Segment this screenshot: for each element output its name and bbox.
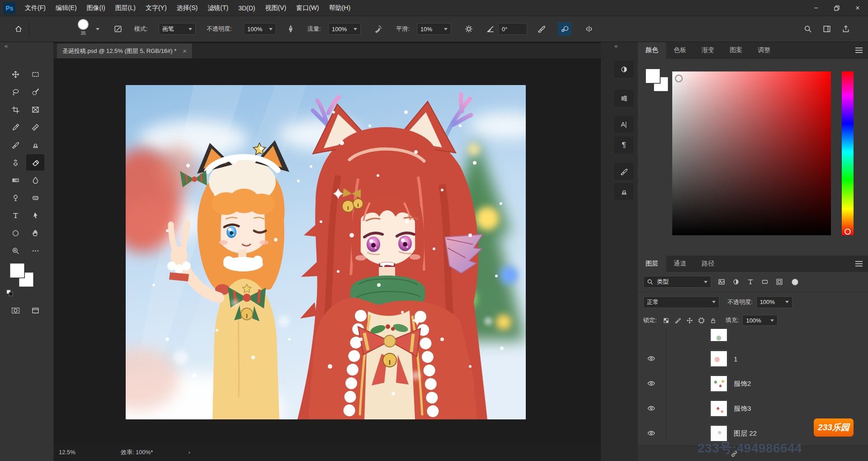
move-tool[interactable] <box>6 66 24 82</box>
layer-thumbnail[interactable] <box>710 351 727 367</box>
mixer-brush-tool[interactable] <box>6 154 24 171</box>
layers-panel-menu-button[interactable] <box>855 263 863 264</box>
properties-panel-button[interactable] <box>614 90 633 107</box>
menu-item-layer[interactable]: 图层(L) <box>110 0 141 16</box>
menu-item-filter[interactable]: 滤镜(T) <box>203 0 233 16</box>
tab-swatches[interactable]: 色板 <box>666 42 694 59</box>
quick-selection-tool[interactable] <box>26 84 44 100</box>
brushes-panel-button[interactable] <box>614 163 633 180</box>
filter-smart-object-button[interactable] <box>774 276 785 287</box>
edit-toolbar-button[interactable] <box>26 242 44 259</box>
path-selection-tool[interactable] <box>26 207 44 223</box>
menu-item-edit[interactable]: 编辑(E) <box>51 0 82 16</box>
blur-tool[interactable] <box>26 172 44 188</box>
lock-all-button[interactable] <box>708 315 719 326</box>
adjustments-panel-button[interactable] <box>614 61 633 78</box>
menu-item-3d[interactable]: 3D(D) <box>233 0 260 16</box>
tab-channels[interactable]: 通道 <box>666 256 694 272</box>
tab-paths[interactable]: 路径 <box>694 256 722 272</box>
layer-visibility-toggle[interactable] <box>644 403 658 414</box>
tab-layers[interactable]: 图层 <box>638 256 666 272</box>
saturation-brightness-field[interactable] <box>672 71 831 235</box>
layer-row[interactable]: 1 <box>638 346 868 371</box>
layer-thumbnail[interactable] <box>710 329 727 342</box>
layer-row-clipped[interactable] <box>638 329 868 347</box>
clone-source-panel-button[interactable] <box>614 183 633 200</box>
brush-preset-picker[interactable]: 35 <box>72 18 94 40</box>
minimize-button[interactable]: − <box>806 0 826 16</box>
eraser-history-toggle[interactable] <box>535 22 548 36</box>
ruler-tool[interactable] <box>26 119 44 135</box>
lock-transparency-button[interactable] <box>660 315 672 326</box>
paragraph-panel-button[interactable]: ¶ <box>614 137 633 154</box>
filter-type-layers-button[interactable] <box>745 276 756 287</box>
pressure-size-toggle[interactable] <box>558 22 571 36</box>
foreground-color-swatch[interactable] <box>10 263 24 278</box>
hue-slider[interactable] <box>842 71 854 235</box>
opacity-field[interactable]: 100% <box>244 23 276 35</box>
menu-item-window[interactable]: 窗口(W) <box>291 0 324 16</box>
layer-thumbnail[interactable] <box>710 375 727 392</box>
layer-visibility-toggle[interactable] <box>644 378 658 389</box>
quick-mask-button[interactable] <box>6 302 24 318</box>
layer-visibility-toggle[interactable] <box>644 353 658 364</box>
dock-expand-button[interactable]: « <box>614 43 617 49</box>
filter-shape-layers-button[interactable] <box>759 276 771 287</box>
gradient-tool[interactable] <box>6 172 24 188</box>
default-colors-button[interactable] <box>6 290 14 299</box>
airbrush-toggle[interactable] <box>372 22 385 36</box>
share-button[interactable] <box>839 22 853 36</box>
lasso-tool[interactable] <box>6 84 24 100</box>
home-button[interactable] <box>12 22 25 36</box>
brush-preset-caret[interactable] <box>96 28 99 30</box>
tab-close-button[interactable]: × <box>183 47 187 55</box>
status-options-chevron[interactable]: › <box>188 449 190 456</box>
color-picker-marker[interactable] <box>675 75 683 82</box>
clone-stamp-tool[interactable] <box>26 137 44 153</box>
fill-field[interactable]: 100% <box>742 315 778 326</box>
close-button[interactable]: × <box>847 0 868 16</box>
layer-row[interactable]: 服饰2 <box>638 371 868 396</box>
layer-thumbnail[interactable] <box>710 400 727 417</box>
lock-artboard-button[interactable] <box>696 315 708 326</box>
menu-item-type[interactable]: 文字(Y) <box>141 0 172 16</box>
search-button[interactable] <box>801 22 815 36</box>
filter-pixel-layers-button[interactable] <box>716 276 727 287</box>
smoothing-options-button[interactable] <box>462 22 476 36</box>
marquee-tool[interactable] <box>26 66 44 82</box>
menu-item-select[interactable]: 选择(S) <box>172 0 203 16</box>
brush-settings-button[interactable] <box>111 22 125 36</box>
angle-field[interactable]: 0° <box>498 23 527 35</box>
ellipse-tool[interactable] <box>6 225 24 241</box>
mode-select[interactable]: 画笔 <box>159 23 196 35</box>
tab-color[interactable]: 颜色 <box>638 42 666 59</box>
menu-item-help[interactable]: 帮助(H) <box>324 0 355 16</box>
type-tool[interactable] <box>6 207 24 223</box>
document-canvas[interactable] <box>126 85 526 419</box>
sponge-tool[interactable] <box>26 190 44 206</box>
tab-gradients[interactable]: 渐变 <box>694 42 722 59</box>
lock-position-button[interactable] <box>684 315 696 326</box>
paint-symmetry-toggle[interactable] <box>582 22 596 36</box>
toolbar-collapse-button[interactable]: « <box>5 43 7 49</box>
character-panel-button[interactable]: A| <box>614 116 633 133</box>
menu-item-view[interactable]: 视图(V) <box>260 0 291 16</box>
layer-filter-toggle[interactable] <box>792 279 798 285</box>
brush-tool[interactable] <box>6 137 24 153</box>
zoom-tool[interactable] <box>6 242 24 259</box>
tab-adjustments[interactable]: 调整 <box>750 42 778 59</box>
restore-button[interactable] <box>826 0 847 16</box>
layers-opacity-field[interactable]: 100% <box>756 296 793 308</box>
smoothing-field[interactable]: 10% <box>417 23 451 35</box>
layer-row[interactable]: 服饰3 <box>638 396 868 421</box>
dodge-tool[interactable] <box>6 190 24 206</box>
frame-tool[interactable] <box>26 101 44 118</box>
filter-adjustment-layers-button[interactable] <box>730 276 742 287</box>
workspace-switcher[interactable] <box>820 22 834 36</box>
layer-visibility-toggle[interactable] <box>644 428 658 439</box>
color-panel-menu-button[interactable] <box>855 50 863 51</box>
lock-pixels-button[interactable] <box>672 315 684 326</box>
hue-slider-marker[interactable] <box>844 228 851 235</box>
eyedropper-tool[interactable] <box>6 119 24 135</box>
hand-tool[interactable] <box>26 225 44 241</box>
